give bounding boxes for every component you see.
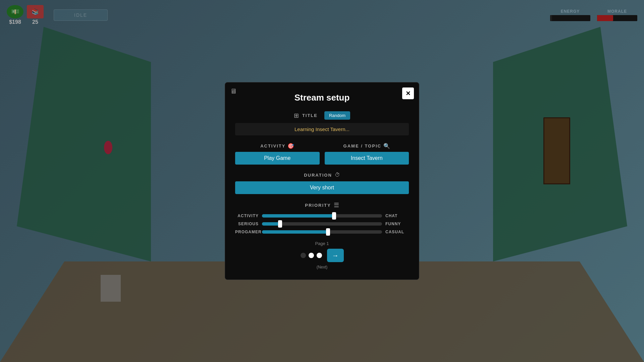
- slider-row-0: ACTIVITYCHAT: [235, 214, 409, 218]
- slider-track-1[interactable]: [262, 222, 382, 226]
- duration-header: DURATION ⏱: [235, 172, 409, 178]
- duration-icon: ⏱: [335, 172, 340, 178]
- page-dot-1[interactable]: [309, 253, 314, 258]
- activity-header: ACTIVITY 🎯: [235, 143, 320, 149]
- random-button[interactable]: Random: [324, 111, 350, 120]
- activity-game-row: ACTIVITY 🎯 Play Game GAME / TOPIC 🔍 Inse…: [235, 143, 409, 165]
- page-label: Page 1: [315, 241, 329, 246]
- modal-title: Stream setup: [235, 93, 409, 103]
- priority-section: PRIORITY ☰ ACTIVITYCHATSERIOUSFUNNYPROGA…: [235, 201, 409, 234]
- next-label: (Next): [317, 265, 328, 269]
- slider-track-0[interactable]: [262, 214, 382, 218]
- activity-icon: 🎯: [287, 143, 294, 149]
- next-button[interactable]: →: [327, 249, 344, 262]
- slider-left-label-0: ACTIVITY: [235, 214, 259, 218]
- page-navigation: Page 1 → (Next): [235, 241, 409, 269]
- game-topic-button[interactable]: Insect Tavern: [325, 152, 409, 165]
- priority-label: PRIORITY: [305, 203, 331, 208]
- page-dots: [301, 253, 322, 258]
- slider-track-2[interactable]: [262, 230, 382, 234]
- monitor-icon: 🖥: [230, 87, 237, 95]
- title-section-label: TITLE: [302, 113, 318, 118]
- slider-left-label-1: SERIOUS: [235, 222, 259, 226]
- modal-header: Stream setup: [235, 93, 409, 103]
- activity-label: ACTIVITY: [260, 143, 285, 148]
- modal-overlay: 🖥 ✕ Stream setup ⊞ TITLE Random Learning…: [0, 0, 644, 362]
- close-button[interactable]: ✕: [402, 87, 414, 99]
- title-input[interactable]: Learning Insect Tavern...: [235, 123, 409, 135]
- slider-row-1: SERIOUSFUNNY: [235, 222, 409, 226]
- slider-right-label-0: CHAT: [385, 214, 409, 218]
- slider-right-label-1: FUNNY: [385, 222, 409, 226]
- page-dot-0[interactable]: [301, 253, 306, 258]
- game-label: GAME / TOPIC: [343, 143, 381, 148]
- slider-thumb-1[interactable]: [278, 220, 282, 228]
- slider-left-label-2: PROGAMER: [235, 230, 259, 234]
- title-icon: ⊞: [294, 112, 299, 119]
- stream-setup-modal: 🖥 ✕ Stream setup ⊞ TITLE Random Learning…: [225, 82, 419, 280]
- search-icon: 🔍: [383, 143, 390, 149]
- slider-thumb-2[interactable]: [326, 228, 330, 236]
- sliders-container: ACTIVITYCHATSERIOUSFUNNYPROGAMERCASUAL: [235, 214, 409, 234]
- priority-icon: ☰: [334, 201, 339, 209]
- duration-button[interactable]: Very short: [235, 181, 409, 194]
- page-dots-row: →: [301, 249, 344, 262]
- page-dot-2[interactable]: [317, 253, 322, 258]
- play-game-button[interactable]: Play Game: [235, 152, 320, 165]
- duration-label: DURATION: [304, 173, 332, 178]
- game-section: GAME / TOPIC 🔍 Insect Tavern: [325, 143, 409, 165]
- slider-right-label-2: CASUAL: [385, 230, 409, 234]
- slider-thumb-0[interactable]: [332, 212, 336, 220]
- activity-section: ACTIVITY 🎯 Play Game: [235, 143, 320, 165]
- duration-section: DURATION ⏱ Very short: [235, 172, 409, 194]
- title-section: ⊞ TITLE Random Learning Insect Tavern...: [235, 111, 409, 135]
- slider-row-2: PROGAMERCASUAL: [235, 230, 409, 234]
- priority-header: PRIORITY ☰: [235, 201, 409, 209]
- game-header: GAME / TOPIC 🔍: [325, 143, 409, 149]
